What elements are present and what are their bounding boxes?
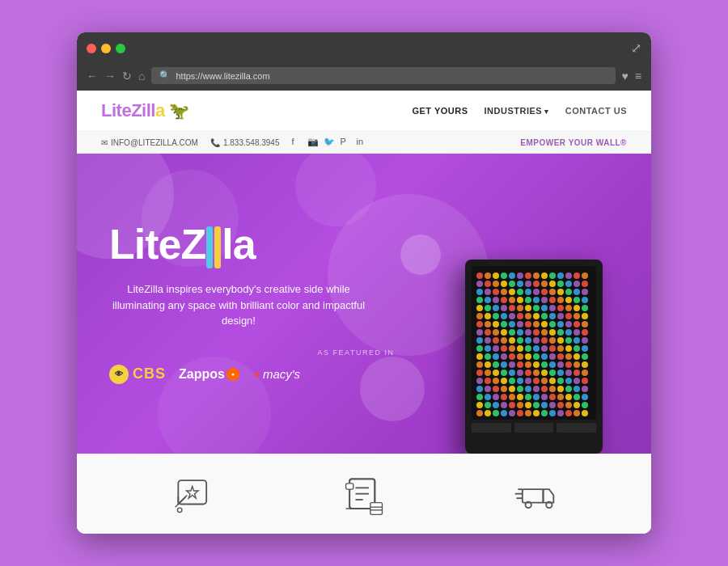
product-drawer-2: [514, 423, 554, 433]
traffic-lights: [87, 44, 125, 53]
nav-contact-us[interactable]: CONTACT US: [565, 106, 627, 116]
svg-point-255: [177, 508, 182, 513]
svg-point-136: [549, 345, 556, 352]
svg-point-96: [565, 321, 572, 327]
svg-point-181: [574, 370, 580, 376]
instagram-icon[interactable]: 📷: [307, 137, 319, 148]
svg-point-194: [565, 378, 572, 384]
svg-point-46: [501, 297, 507, 303]
site-header: LiteZilla 🦖 GET YOURS INDUSTRIES CONTACT…: [77, 91, 651, 132]
svg-point-214: [501, 394, 507, 400]
svg-point-102: [501, 329, 507, 336]
svg-point-244: [517, 410, 523, 416]
refresh-button[interactable]: ↻: [122, 70, 132, 82]
product-base: [472, 423, 596, 433]
close-button[interactable]: [87, 44, 96, 53]
svg-point-172: [501, 370, 507, 376]
svg-point-221: [557, 394, 564, 400]
svg-point-65: [541, 305, 548, 311]
svg-point-150: [549, 353, 556, 360]
nav-industries[interactable]: INDUSTRIES: [485, 106, 549, 116]
order-icon-box: [340, 471, 388, 519]
svg-point-224: [582, 394, 588, 400]
svg-point-247: [541, 410, 548, 416]
svg-point-110: [565, 329, 572, 336]
svg-point-146: [517, 353, 523, 360]
svg-point-115: [493, 337, 499, 344]
svg-point-123: [557, 337, 564, 344]
svg-point-232: [533, 402, 540, 408]
feature-order: [340, 471, 388, 519]
svg-point-236: [565, 402, 572, 408]
svg-point-35: [525, 289, 531, 295]
svg-point-108: [549, 329, 556, 336]
url-text: https://www.litezilla.com: [176, 71, 269, 81]
svg-point-192: [549, 378, 556, 384]
menu-icon[interactable]: ≡: [635, 70, 641, 82]
hero-product: [449, 162, 627, 454]
svg-point-50: [533, 297, 540, 303]
svg-point-44: [485, 297, 491, 303]
svg-point-197: [476, 386, 483, 392]
svg-point-243: [509, 410, 515, 416]
svg-point-60: [501, 305, 507, 311]
svg-point-156: [485, 361, 491, 368]
svg-point-9: [541, 272, 548, 279]
macys-text: macy's: [263, 367, 300, 381]
email-text: INFO@LITEZILLA.COM: [111, 138, 198, 147]
cbs-eye-icon: 👁: [109, 365, 129, 384]
svg-point-6: [517, 272, 523, 279]
svg-point-79: [541, 313, 548, 319]
svg-point-91: [525, 321, 531, 327]
pinterest-icon[interactable]: P: [340, 137, 351, 148]
svg-point-16: [485, 281, 491, 287]
maximize-button[interactable]: [116, 44, 125, 53]
svg-point-149: [541, 353, 548, 360]
product-frame: [465, 260, 603, 454]
svg-point-97: [574, 321, 580, 327]
home-button[interactable]: ⌂: [138, 70, 145, 82]
svg-point-61: [509, 305, 515, 311]
svg-point-87: [493, 321, 499, 327]
svg-point-77: [525, 313, 531, 319]
twitter-icon[interactable]: 🐦: [324, 137, 335, 148]
svg-point-169: [476, 370, 483, 376]
macys-star-icon: ★: [252, 369, 261, 380]
hero-section: LiteZla LiteZilla inspires everybody's c…: [77, 154, 651, 454]
svg-point-174: [517, 370, 523, 376]
svg-point-238: [582, 402, 588, 408]
facebook-icon[interactable]: f: [291, 137, 303, 148]
svg-point-176: [533, 370, 540, 376]
svg-point-187: [509, 378, 515, 384]
hero-bar-teal: [206, 226, 213, 268]
svg-point-80: [549, 313, 556, 319]
minimize-button[interactable]: [101, 44, 111, 53]
svg-point-210: [582, 386, 588, 392]
forward-button[interactable]: →: [104, 70, 116, 82]
svg-point-129: [493, 345, 499, 352]
svg-point-2: [485, 272, 491, 279]
svg-point-62: [517, 305, 523, 311]
favorites-icon[interactable]: ♥: [622, 70, 629, 82]
svg-point-191: [541, 378, 548, 384]
order-icon: [342, 473, 387, 517]
svg-point-124: [565, 337, 572, 344]
svg-point-170: [485, 370, 491, 376]
svg-point-53: [557, 297, 564, 303]
site-logo[interactable]: LiteZilla 🦖: [101, 100, 189, 121]
svg-point-64: [533, 305, 540, 311]
svg-point-56: [582, 297, 588, 303]
bottom-features: [77, 454, 651, 534]
svg-point-3: [493, 272, 499, 279]
linkedin-icon[interactable]: in: [356, 137, 367, 148]
svg-point-105: [525, 329, 531, 336]
svg-point-225: [476, 402, 483, 408]
svg-point-7: [525, 272, 531, 279]
svg-point-135: [541, 345, 548, 352]
svg-point-76: [517, 313, 523, 319]
svg-point-179: [557, 370, 564, 376]
nav-get-yours[interactable]: GET YOURS: [412, 106, 468, 116]
expand-icon[interactable]: ⤢: [631, 40, 641, 56]
address-bar[interactable]: 🔍 https://www.litezilla.com: [151, 67, 615, 84]
back-button[interactable]: ←: [87, 70, 98, 82]
